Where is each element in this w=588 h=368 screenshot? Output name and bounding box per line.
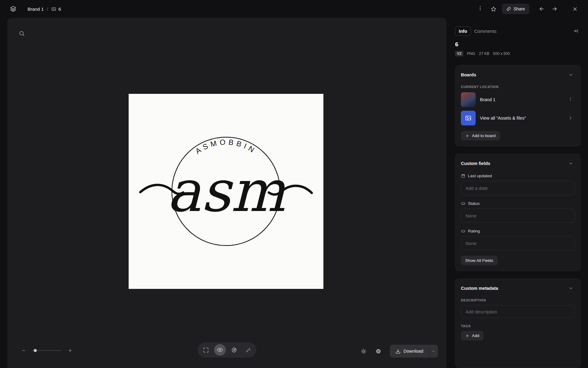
custom-fields-header: Custom fields bbox=[461, 159, 575, 167]
download-icon bbox=[395, 349, 401, 354]
description-label: DESCRIPTION bbox=[461, 298, 575, 302]
search-button[interactable] bbox=[17, 28, 27, 39]
settings-button[interactable] bbox=[373, 345, 384, 357]
custom-metadata-header: Custom metadata bbox=[461, 284, 575, 292]
eye-icon bbox=[217, 347, 223, 353]
assets-files-icon bbox=[461, 111, 476, 125]
asset-meta: V2 PNG 27 KB 500 x 500 bbox=[455, 51, 581, 56]
brightness-button[interactable] bbox=[358, 345, 370, 357]
asset-nav bbox=[537, 4, 560, 14]
canvas-actions: Download bbox=[358, 345, 438, 358]
zoom-slider-handle[interactable] bbox=[34, 349, 37, 352]
zoom-slider[interactable] bbox=[32, 350, 62, 351]
boards-collapse-button[interactable] bbox=[567, 71, 575, 79]
boards-header: Boards bbox=[461, 71, 575, 79]
board-options-button[interactable] bbox=[566, 95, 575, 104]
zoom-in-button[interactable] bbox=[66, 347, 74, 355]
rating-input[interactable] bbox=[461, 236, 575, 250]
view-all-assets-row[interactable]: View all “Assets & files” bbox=[461, 111, 575, 125]
breadcrumb-parent[interactable]: Brand 1 bbox=[28, 6, 44, 12]
tab-info[interactable]: Info bbox=[455, 26, 471, 36]
asset-image: ASMOBBIN asm bbox=[129, 94, 323, 289]
boards-title: Boards bbox=[461, 72, 476, 77]
custom-fields-collapse-button[interactable] bbox=[567, 159, 575, 167]
description-input[interactable] bbox=[461, 305, 575, 318]
magic-edit-button[interactable] bbox=[242, 344, 254, 356]
download-label: Download bbox=[404, 349, 424, 354]
previous-asset-button[interactable] bbox=[537, 4, 547, 14]
favorite-button[interactable] bbox=[488, 4, 499, 14]
asset-filesize: 27 KB bbox=[479, 52, 489, 56]
kebab-menu-icon bbox=[477, 6, 483, 12]
rating-label-row: Rating bbox=[461, 229, 575, 233]
gear-icon bbox=[375, 348, 381, 354]
field-status: Status bbox=[461, 201, 575, 223]
search-icon bbox=[19, 30, 25, 36]
link-icon bbox=[506, 6, 511, 11]
arrow-left-icon bbox=[539, 6, 545, 12]
breadcrumb-separator: / bbox=[47, 6, 48, 12]
close-button[interactable] bbox=[570, 4, 580, 14]
last-updated-input[interactable] bbox=[461, 181, 575, 195]
top-bar: Brand 1 / 6 Share bbox=[0, 0, 588, 18]
status-label: Status bbox=[468, 201, 480, 206]
download-button[interactable]: Download bbox=[390, 345, 429, 358]
asset-title: 6 bbox=[455, 41, 581, 48]
image-icon bbox=[51, 6, 56, 12]
status-label-row: Status bbox=[461, 201, 575, 206]
select-field-icon bbox=[461, 201, 466, 206]
annotate-button[interactable] bbox=[228, 344, 240, 356]
plus-icon bbox=[465, 134, 469, 138]
add-tag-label: Add bbox=[472, 333, 479, 338]
kebab-menu-icon bbox=[568, 97, 573, 103]
info-panel: Info Comments 6 V2 PNG 27 KB 500 x 500 B… bbox=[455, 18, 581, 368]
tab-comments[interactable]: Comments bbox=[471, 27, 500, 36]
fullscreen-button[interactable] bbox=[200, 344, 212, 356]
collapse-panel-button[interactable] bbox=[571, 26, 581, 36]
board-name: Brand 1 bbox=[480, 97, 562, 102]
show-all-fields-button[interactable]: Show All Fields bbox=[461, 256, 498, 265]
status-input[interactable] bbox=[461, 209, 575, 223]
star-icon bbox=[491, 6, 496, 12]
share-button[interactable]: Share bbox=[502, 4, 529, 14]
logo-script-text: asm bbox=[167, 157, 285, 224]
tags-label: TAGS bbox=[461, 324, 575, 328]
custom-fields-card: Custom fields Last updated Status bbox=[455, 154, 581, 271]
logo-arc-text: ASMOBBIN bbox=[194, 138, 258, 155]
last-updated-label: Last updated bbox=[468, 174, 492, 178]
share-label: Share bbox=[514, 6, 525, 11]
add-to-board-label: Add to board bbox=[472, 133, 496, 138]
add-to-board-button[interactable]: Add to board bbox=[461, 131, 500, 140]
download-options-button[interactable] bbox=[429, 345, 438, 358]
board-thumbnail bbox=[461, 92, 476, 107]
minus-icon bbox=[21, 348, 26, 353]
wand-icon bbox=[245, 347, 251, 353]
preview-toggle-button[interactable] bbox=[214, 344, 226, 356]
sun-icon bbox=[361, 348, 367, 354]
app-logo-button[interactable] bbox=[8, 4, 18, 14]
more-options-button[interactable] bbox=[475, 4, 485, 14]
select-field-icon bbox=[461, 229, 466, 233]
collapse-panel-icon bbox=[573, 28, 579, 34]
breadcrumb-current[interactable]: 6 bbox=[51, 6, 61, 12]
rating-label: Rating bbox=[468, 229, 480, 233]
add-tag-button[interactable]: Add bbox=[461, 331, 484, 340]
custom-metadata-collapse-button[interactable] bbox=[567, 284, 575, 292]
version-badge[interactable]: V2 bbox=[455, 51, 463, 56]
zoom-controls bbox=[20, 347, 74, 355]
panel-tabs: Info Comments bbox=[455, 26, 581, 36]
last-updated-label-row: Last updated bbox=[461, 174, 575, 178]
plus-icon bbox=[465, 334, 469, 338]
view-toolbar bbox=[198, 342, 256, 358]
asset-dimensions: 500 x 500 bbox=[493, 52, 510, 56]
next-asset-button[interactable] bbox=[549, 4, 560, 14]
zoom-out-button[interactable] bbox=[20, 347, 28, 355]
layers-icon bbox=[10, 6, 16, 12]
field-rating: Rating bbox=[461, 229, 575, 250]
board-row[interactable]: Brand 1 bbox=[461, 92, 575, 107]
custom-fields-title: Custom fields bbox=[461, 161, 490, 166]
show-all-fields-label: Show All Fields bbox=[465, 258, 493, 263]
svg-text:ASMOBBIN: ASMOBBIN bbox=[194, 138, 258, 155]
close-icon bbox=[572, 6, 578, 12]
logo-artwork: ASMOBBIN asm bbox=[129, 94, 323, 289]
